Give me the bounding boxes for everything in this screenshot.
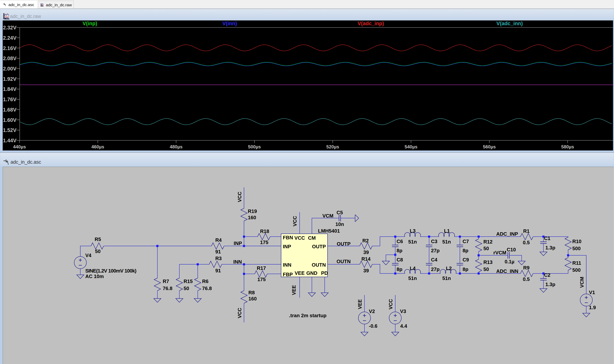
svg-text:VEE: VEE bbox=[357, 299, 363, 309]
svg-text:440µs: 440µs bbox=[13, 144, 26, 149]
svg-text:FBN: FBN bbox=[283, 235, 293, 240]
svg-text:L1: L1 bbox=[444, 228, 450, 234]
svg-text:160: 160 bbox=[248, 296, 257, 301]
svg-text:C8: C8 bbox=[397, 257, 403, 263]
svg-text:460µs: 460µs bbox=[91, 144, 104, 149]
svg-text:27p: 27p bbox=[431, 248, 440, 253]
svg-text:INP: INP bbox=[234, 240, 242, 246]
svg-text:1.92V: 1.92V bbox=[3, 76, 16, 82]
svg-text:R10: R10 bbox=[572, 238, 582, 244]
svg-text:V(inn): V(inn) bbox=[222, 21, 237, 26]
svg-text:8p: 8p bbox=[397, 248, 402, 253]
svg-text:560µs: 560µs bbox=[483, 144, 496, 149]
svg-text:500µs: 500µs bbox=[248, 144, 261, 149]
svg-text:VCM: VCM bbox=[322, 213, 334, 219]
svg-text:1.76V: 1.76V bbox=[3, 97, 16, 102]
svg-text:INP: INP bbox=[283, 244, 291, 249]
svg-text:8p: 8p bbox=[462, 266, 468, 272]
svg-text:2.16V: 2.16V bbox=[3, 45, 16, 51]
svg-text:C5: C5 bbox=[336, 210, 343, 215]
svg-text:175: 175 bbox=[260, 239, 268, 245]
svg-text:1.84V: 1.84V bbox=[3, 86, 16, 92]
svg-text:R3: R3 bbox=[215, 256, 222, 261]
svg-text:91: 91 bbox=[215, 249, 221, 255]
svg-text:51n: 51n bbox=[408, 275, 417, 281]
svg-text:C2: C2 bbox=[544, 272, 550, 278]
svg-text:R19: R19 bbox=[248, 208, 257, 214]
svg-text:.tran 2m startup: .tran 2m startup bbox=[289, 313, 327, 318]
svg-text:INN: INN bbox=[283, 262, 292, 268]
svg-text:R18: R18 bbox=[260, 228, 269, 234]
svg-text:C10: C10 bbox=[507, 247, 516, 252]
svg-text:V1: V1 bbox=[589, 289, 595, 295]
svg-text:480µs: 480µs bbox=[170, 144, 182, 149]
svg-text:R12: R12 bbox=[483, 239, 493, 245]
svg-text:2.32V: 2.32V bbox=[3, 25, 16, 31]
svg-text:R15: R15 bbox=[183, 278, 193, 284]
svg-text:10n: 10n bbox=[335, 221, 344, 227]
svg-text:OUTP: OUTP bbox=[312, 244, 326, 249]
svg-text:L4: L4 bbox=[410, 265, 416, 271]
svg-text:1.60V: 1.60V bbox=[3, 117, 16, 123]
svg-text:50: 50 bbox=[183, 286, 189, 291]
svg-text:rVCM: rVCM bbox=[493, 250, 506, 256]
svg-text:C6: C6 bbox=[397, 238, 403, 244]
svg-text:R9: R9 bbox=[523, 265, 530, 271]
svg-text:76.8: 76.8 bbox=[163, 286, 172, 291]
svg-text:R4: R4 bbox=[215, 237, 222, 243]
svg-text:C4: C4 bbox=[431, 257, 437, 263]
svg-text:VCC: VCC bbox=[237, 192, 242, 202]
svg-text:50: 50 bbox=[483, 246, 489, 251]
svg-text:OUTN: OUTN bbox=[336, 259, 351, 264]
svg-text:VCC: VCC bbox=[292, 216, 298, 226]
svg-text:C7: C7 bbox=[462, 238, 469, 244]
svg-text:50: 50 bbox=[95, 248, 101, 254]
svg-text:8p: 8p bbox=[462, 248, 468, 253]
svg-text:CM: CM bbox=[308, 235, 316, 241]
svg-text:V(adc_inp): V(adc_inp) bbox=[358, 21, 384, 26]
svg-text:OUTP: OUTP bbox=[337, 241, 350, 247]
svg-text:LMH5401: LMH5401 bbox=[318, 228, 340, 234]
svg-text:76.8: 76.8 bbox=[202, 286, 212, 291]
svg-text:GND: GND bbox=[306, 270, 317, 276]
svg-text:SINE(1.2V 100mV 100k): SINE(1.2V 100mV 100k) bbox=[85, 268, 136, 274]
svg-text:VEE: VEE bbox=[291, 285, 297, 295]
svg-text:R1: R1 bbox=[523, 228, 530, 234]
svg-text:500: 500 bbox=[572, 267, 581, 273]
svg-text:1.52V: 1.52V bbox=[3, 127, 16, 133]
svg-text:39: 39 bbox=[363, 249, 369, 255]
svg-text:2.24V: 2.24V bbox=[3, 35, 16, 41]
svg-text:VCC: VCC bbox=[294, 235, 305, 241]
svg-text:160: 160 bbox=[248, 215, 256, 220]
svg-text:1.68V: 1.68V bbox=[3, 107, 16, 113]
svg-text:39: 39 bbox=[363, 268, 369, 273]
svg-text:FBP: FBP bbox=[283, 272, 293, 277]
svg-text:L2: L2 bbox=[446, 265, 452, 271]
svg-text:ADC_INP: ADC_INP bbox=[496, 231, 518, 237]
svg-text:PD: PD bbox=[321, 270, 328, 276]
svg-text:4.4: 4.4 bbox=[400, 323, 407, 329]
svg-text:R8: R8 bbox=[248, 290, 255, 295]
svg-text:VCC: VCC bbox=[237, 308, 242, 318]
svg-text:VCC: VCC bbox=[388, 299, 393, 309]
svg-text:50: 50 bbox=[483, 266, 489, 272]
svg-text:91: 91 bbox=[215, 268, 221, 273]
svg-text:C3: C3 bbox=[431, 238, 437, 244]
svg-text:R17: R17 bbox=[257, 265, 266, 271]
svg-text:L3: L3 bbox=[410, 228, 416, 234]
svg-text:R14: R14 bbox=[362, 256, 371, 262]
svg-text:R7: R7 bbox=[163, 278, 169, 284]
svg-text:-0.6: -0.6 bbox=[369, 323, 377, 329]
svg-text:INN: INN bbox=[233, 259, 242, 265]
svg-text:VCM: VCM bbox=[579, 277, 585, 288]
svg-text:580µs: 580µs bbox=[561, 144, 574, 149]
svg-text:V3: V3 bbox=[400, 308, 406, 314]
svg-text:0.5: 0.5 bbox=[523, 240, 530, 245]
svg-text:R11: R11 bbox=[572, 260, 581, 266]
svg-text:1.3p: 1.3p bbox=[545, 245, 555, 251]
svg-text:51n: 51n bbox=[442, 239, 451, 245]
svg-text:175: 175 bbox=[257, 276, 265, 282]
svg-text:8p: 8p bbox=[397, 266, 402, 272]
svg-text:540µs: 540µs bbox=[405, 144, 418, 149]
svg-text:2.00V: 2.00V bbox=[3, 66, 16, 72]
